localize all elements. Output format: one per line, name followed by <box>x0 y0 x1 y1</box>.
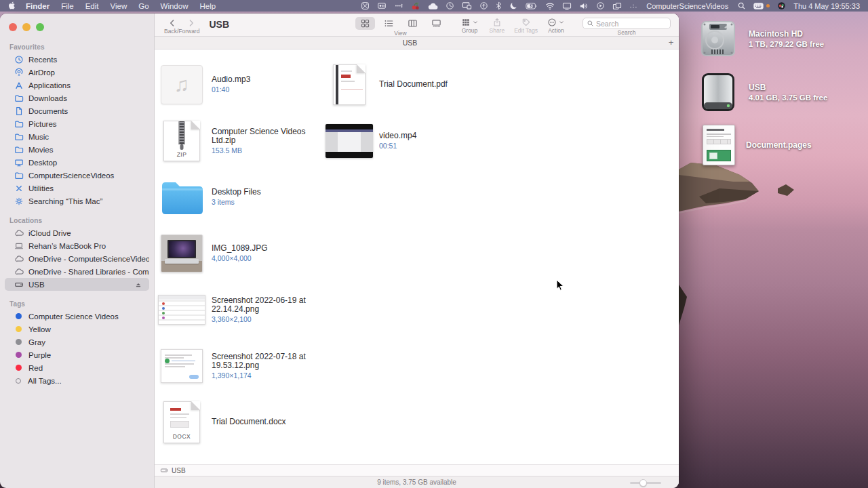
group-icon <box>461 18 471 27</box>
menu-help[interactable]: Help <box>199 2 216 10</box>
sidebar-item-searching-this-mac[interactable]: Searching “This Mac” <box>5 195 149 207</box>
minimize-button[interactable] <box>22 23 31 31</box>
sidebar-item-macbook-pro[interactable]: Rehan’s MacBook Pro <box>5 239 149 252</box>
sidebar-item-downloads[interactable]: Downloads <box>5 92 149 104</box>
sidebar-item-pictures[interactable]: Pictures <box>5 117 149 130</box>
sidebar-item-onedrive-shared[interactable]: OneDrive - Shared Libraries - Comp... <box>5 265 149 278</box>
menu-view[interactable]: View <box>111 2 127 10</box>
icon-size-slider[interactable] <box>630 482 661 484</box>
sidebar-tag-computer-science-videos[interactable]: Computer Science Videos <box>5 310 149 323</box>
volume-icon[interactable] <box>579 2 589 10</box>
display-mirroring-icon[interactable] <box>562 2 572 10</box>
file-trial-document-docx[interactable]: DOCX Trial Document.docx <box>158 394 326 450</box>
tab-usb[interactable]: USB <box>155 37 665 49</box>
sidebar-tag-purple[interactable]: Purple <box>5 348 149 361</box>
sidebar-item-icloud-drive[interactable]: iCloud Drive <box>5 226 149 239</box>
sidebar-item-all-tags[interactable]: All Tags... <box>5 374 149 387</box>
path-bar[interactable]: USB <box>155 464 679 476</box>
folder-icon <box>14 145 24 155</box>
back-button[interactable] <box>167 18 177 28</box>
view-columns-button[interactable] <box>403 17 422 30</box>
search-field[interactable] <box>583 18 671 29</box>
search-input[interactable] <box>596 20 667 28</box>
time-machine-icon[interactable] <box>446 1 454 10</box>
slider-thumb[interactable] <box>639 479 647 487</box>
more-status-icon[interactable] <box>394 1 403 10</box>
toolbar: Back/Forward USB View Group Share <box>155 14 679 37</box>
menu-bar-clock[interactable]: Thu 4 May 19:55:33 <box>793 2 860 10</box>
folder-desktop-files[interactable]: Desktop Files3 items <box>158 169 326 225</box>
new-tab-button[interactable]: + <box>666 38 676 48</box>
gear-icon <box>14 197 24 206</box>
menu-file[interactable]: File <box>61 2 74 10</box>
sidebar-item-desktop[interactable]: Desktop <box>5 156 149 169</box>
forward-button[interactable] <box>186 18 196 28</box>
tag-dot-blue <box>16 313 22 319</box>
share-button[interactable] <box>492 14 502 27</box>
sidebar-item-music[interactable]: Music <box>5 130 149 143</box>
zoom-button[interactable] <box>36 23 44 31</box>
menu-edit[interactable]: Edit <box>85 2 99 10</box>
stage-windows-icon[interactable] <box>612 2 622 10</box>
battery-icon[interactable] <box>526 2 538 10</box>
bluetooth-icon[interactable] <box>496 1 502 10</box>
close-button[interactable] <box>9 23 17 31</box>
sidebar-item-airdrop[interactable]: AirDrop <box>5 66 149 79</box>
file-screenshot-2022-07-18[interactable]: Screenshot 2022-07-18 at 19.53.12.png1,3… <box>158 338 326 394</box>
desktop-icon-macintosh-hd[interactable]: Macintosh HD 1 TB, 279.22 GB free <box>698 20 824 58</box>
cherries-app-icon[interactable] <box>411 1 420 11</box>
onedrive-cloud-icon[interactable] <box>428 2 438 10</box>
sidebar-item-onedrive[interactable]: OneDrive - ComputerScienceVideos <box>5 252 149 265</box>
sidebar-item-computersciencevideos[interactable]: ComputerScienceVideos <box>5 169 149 182</box>
action-button[interactable] <box>547 14 565 27</box>
sidebar-item-movies[interactable]: Movies <box>5 143 149 156</box>
sidecar-displays-icon[interactable] <box>462 1 472 10</box>
cloud-icon <box>14 228 24 238</box>
menu-window[interactable]: Window <box>161 2 189 10</box>
sidebar-tag-red[interactable]: Red <box>5 361 149 374</box>
file-computer-science-videos-zip[interactable]: ZIP Computer Science Videos Ltd.zip153.5… <box>158 113 326 169</box>
view-list-button[interactable] <box>379 17 399 30</box>
file-screenshot-2022-06-19[interactable]: Screenshot 2022-06-19 at 22.14.24.png3,3… <box>158 281 326 338</box>
app-grid-icon[interactable] <box>361 1 370 10</box>
dnd-moon-icon[interactable] <box>509 1 518 10</box>
sidebar-item-applications[interactable]: Applications <box>5 79 149 92</box>
sidebar-tag-gray[interactable]: Gray <box>5 336 149 348</box>
view-gallery-button[interactable] <box>427 17 446 30</box>
file-browser: ♫ Audio.mp301:40 Trial Document.pdf ZIP … <box>155 49 679 464</box>
sidebar-item-documents[interactable]: Documents <box>5 104 149 117</box>
desktop-icon-document-pages[interactable]: Document.pages <box>703 125 812 165</box>
apple-menu[interactable] <box>8 1 16 12</box>
software-update-icon[interactable] <box>479 1 488 10</box>
wifi-icon[interactable] <box>545 2 555 10</box>
siri-icon[interactable] <box>777 1 786 10</box>
file-trial-document-pdf[interactable]: Trial Document.pdf <box>326 56 679 113</box>
file-img-1089-jpg[interactable]: IMG_1089.JPG4,000×4,000 <box>158 225 326 281</box>
keyboard-input-icon[interactable] <box>753 2 764 10</box>
sidebar-item-recents[interactable]: Recents <box>5 53 149 66</box>
path-item-usb[interactable]: USB <box>172 467 186 474</box>
play-status-icon[interactable] <box>596 1 605 10</box>
sidebar-tag-yellow[interactable]: Yellow <box>5 323 149 336</box>
share-label: Share <box>490 27 505 34</box>
group-button[interactable] <box>461 14 479 27</box>
menu-go[interactable]: Go <box>138 2 149 10</box>
sidebar-item-utilities[interactable]: Utilities <box>5 182 149 195</box>
desktop-icon-usb[interactable]: USB 4.01 GB, 3.75 GB free <box>698 73 827 112</box>
file-audio-mp3[interactable]: ♫ Audio.mp301:40 <box>158 56 326 113</box>
folder-icon <box>14 171 24 180</box>
status-bar: 9 items, 3.75 GB available <box>155 476 679 488</box>
file-video-mp4[interactable]: video.mp400:51 <box>326 113 679 169</box>
menu-finder[interactable]: Finder <box>26 2 50 10</box>
internal-drive-icon <box>698 20 738 58</box>
sidebar-item-usb[interactable]: USB <box>5 278 149 291</box>
external-drive-icon <box>14 280 24 289</box>
view-switcher <box>355 14 446 30</box>
edit-tags-button[interactable] <box>521 14 531 27</box>
screen-record-icon[interactable] <box>377 1 387 10</box>
eject-icon[interactable] <box>134 281 142 289</box>
view-icons-button[interactable] <box>355 17 375 30</box>
dots-status-icon[interactable] <box>629 3 637 9</box>
fast-user-switch-label[interactable]: ComputerScienceVideos <box>646 2 728 10</box>
spotlight-search-icon[interactable] <box>737 1 746 10</box>
